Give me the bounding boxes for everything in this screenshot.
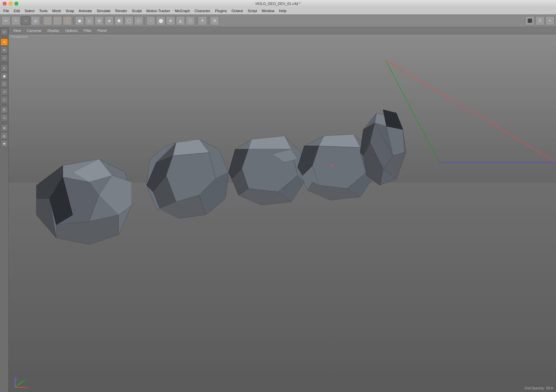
separator-2 <box>73 16 74 25</box>
left-scale[interactable]: ⤢ <box>1 54 8 61</box>
grid-spacing-label: Grid Spacing : 50 in <box>524 386 553 390</box>
menu-octane[interactable]: Octane <box>229 8 245 13</box>
separator-3 <box>145 16 145 25</box>
left-sculpt-s[interactable]: S <box>1 106 8 113</box>
menu-motion-tracker[interactable]: Motion Tracker <box>144 8 172 13</box>
toolbar-rect-select[interactable]: ◎ <box>31 16 40 25</box>
vp-display[interactable]: Display <box>45 28 62 33</box>
menu-select[interactable]: Select <box>23 8 37 13</box>
menu-tools[interactable]: Tools <box>37 8 50 13</box>
vp-cameras[interactable]: Cameras <box>24 28 44 33</box>
viewport[interactable]: Y X Z Perspective Grid Spacing : 50 in <box>9 34 556 392</box>
scene-svg: Y X Z <box>9 34 556 392</box>
left-polygon[interactable]: ⬡ <box>1 80 8 87</box>
toolbar-sun[interactable]: ☀ <box>198 16 207 25</box>
left-layers[interactable]: ≡ <box>1 64 8 72</box>
menu-plugins[interactable]: Plugins <box>213 8 229 13</box>
left-material[interactable]: ◎ <box>1 132 8 139</box>
vp-filter[interactable]: Filter <box>81 28 94 33</box>
toolbar-sphere[interactable]: ⬤ <box>156 16 165 25</box>
rock3 <box>229 136 304 205</box>
toolbar-grid[interactable]: ⊞ <box>95 16 104 25</box>
title-bar: HOLO_GEO_DEV_01.c4d * <box>0 0 556 7</box>
menu-mesh[interactable]: Mesh <box>50 8 63 13</box>
toolbar-diamond[interactable]: ◈ <box>104 16 114 25</box>
left-point[interactable]: • <box>1 96 8 103</box>
toolbar-circle2[interactable]: ◯ <box>124 16 133 25</box>
viewport-menu: View Cameras Display Options Filter Pane… <box>9 27 556 34</box>
minimize-button[interactable] <box>9 2 12 6</box>
viewport-label: Perspective <box>11 35 28 38</box>
left-spline[interactable]: ∿ <box>1 114 8 121</box>
menu-help[interactable]: Help <box>277 8 289 13</box>
close-button[interactable] <box>3 2 7 6</box>
toolbar-cross[interactable]: ⊕ <box>166 16 175 25</box>
menu-character[interactable]: Character <box>193 8 212 13</box>
vp-panel[interactable]: Panel <box>95 28 109 33</box>
left-move[interactable]: ✛ <box>1 38 8 46</box>
toolbar-dot[interactable]: ▫ <box>146 16 155 25</box>
toolbar-z-axis[interactable]: Z <box>63 16 72 25</box>
toolbar-poly[interactable]: ⬡ <box>134 16 143 25</box>
toolbar-triangle[interactable]: ◭ <box>176 16 185 25</box>
left-object[interactable]: ◼ <box>1 72 8 80</box>
toolbar-hex2[interactable]: ⬡ <box>186 16 195 25</box>
svg-text:Y: Y <box>24 379 26 382</box>
menu-mograph[interactable]: MoGraph <box>173 8 192 13</box>
menu-edit[interactable]: Edit <box>12 8 22 13</box>
left-sep-3 <box>1 104 7 105</box>
window-title: HOLO_GEO_DEV_01.c4d * <box>256 2 301 6</box>
menu-render[interactable]: Render <box>113 8 129 13</box>
svg-text:X: X <box>26 386 28 389</box>
toolbar-render-view[interactable]: ⬛ <box>525 16 534 25</box>
vp-view[interactable]: View <box>11 28 24 33</box>
left-sep-1 <box>1 37 7 37</box>
toolbar-render-count[interactable]: 0 <box>535 16 544 25</box>
toolbar-top-right[interactable]: ↖ <box>545 16 555 25</box>
left-sep-4 <box>1 123 7 123</box>
main-toolbar: ↩ + ○ ◎ X Y Z ◼ ▷ ⊞ ◈ ⬟ ◯ ⬡ ▫ ⬤ ⊕ ◭ ⬡ ☀ … <box>0 14 556 27</box>
left-add[interactable]: ⊕ <box>1 124 8 131</box>
menu-window[interactable]: Window <box>260 8 276 13</box>
svg-point-37 <box>331 165 333 167</box>
toolbar-y-axis[interactable]: Y <box>53 16 62 25</box>
menu-bar: File Edit Select Tools Mesh Snap Animate… <box>0 7 556 14</box>
toolbar-undo[interactable]: ↩ <box>1 16 11 25</box>
separator-5 <box>208 16 209 25</box>
left-toolbar: ↩ ✛ ⟳ ⤢ ≡ ◼ ⬡ ↗ • S ∿ ⊕ ◎ ✱ <box>0 27 9 392</box>
svg-text:Z: Z <box>16 378 18 381</box>
menu-file[interactable]: File <box>1 8 11 13</box>
separator-1 <box>41 16 42 25</box>
left-light[interactable]: ✱ <box>1 140 8 147</box>
maximize-button[interactable] <box>14 2 18 6</box>
menu-animate[interactable]: Animate <box>77 8 94 13</box>
toolbar-circle-select[interactable]: ○ <box>21 16 30 25</box>
menu-snap[interactable]: Snap <box>64 8 76 13</box>
separator-4 <box>196 16 197 25</box>
menu-simulate[interactable]: Simulate <box>95 8 113 13</box>
left-edge[interactable]: ↗ <box>1 88 8 95</box>
left-undo[interactable]: ↩ <box>1 28 8 35</box>
toolbar-settings[interactable]: ⚙ <box>210 16 219 25</box>
toolbar-play[interactable]: ▷ <box>85 16 94 25</box>
toolbar-new[interactable]: + <box>11 16 20 25</box>
vp-options[interactable]: Options <box>62 28 80 33</box>
window-controls <box>0 2 18 6</box>
left-sep-2 <box>1 63 7 63</box>
toolbar-hex[interactable]: ⬟ <box>114 16 124 25</box>
left-rotate[interactable]: ⟳ <box>1 46 8 54</box>
menu-script[interactable]: Script <box>246 8 259 13</box>
toolbar-render-region[interactable]: ◼ <box>75 16 84 25</box>
menu-sculpt[interactable]: Sculpt <box>130 8 144 13</box>
toolbar-x-axis[interactable]: X <box>43 16 52 25</box>
